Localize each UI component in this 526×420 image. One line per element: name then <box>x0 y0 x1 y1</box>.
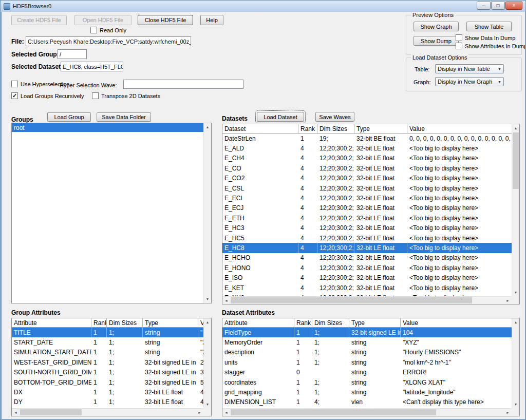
column-header-type[interactable]: Type <box>354 124 407 133</box>
group-attributes-row[interactable]: DX11;32-bit LE float4 <box>12 387 203 397</box>
group-attributes-row[interactable]: DY11;32-bit LE float4 <box>12 397 203 407</box>
datasets-row[interactable]: E_ISO412;20;300;2;32-bit LE float<Too bi… <box>222 273 512 282</box>
transpose-2d-datasets-checkbox[interactable]: Transpose 2D Datasets <box>92 92 160 99</box>
group-attributes-row[interactable]: WEST-EAST_GRID_DIMENSI11;32-bit signed L… <box>12 357 203 367</box>
dataset-attributes-vscrollbar[interactable]: ▲ ▼ <box>512 318 519 408</box>
scroll-up-arrow-icon[interactable]: ▲ <box>204 123 211 131</box>
group-attributes-row[interactable]: SIMULATION_START_DATE11;string"2 <box>12 348 203 357</box>
dataset-attributes-hscrollbar[interactable]: ◄ ► <box>222 408 512 416</box>
datasets-row[interactable]: E_CSL412;20;300;2;32-bit LE float<Too bi… <box>222 183 512 193</box>
column-header-dataset[interactable]: Dataset <box>222 124 298 133</box>
read-only-checkbox[interactable]: Read Only <box>90 27 126 33</box>
column-header-value[interactable]: Value <box>407 124 512 133</box>
scroll-down-arrow-icon[interactable]: ▼ <box>204 400 211 408</box>
create-hdf5-file-button[interactable]: Create HDF5 File <box>11 15 67 25</box>
scroll-up-arrow-icon[interactable]: ▲ <box>512 318 519 326</box>
show-attributes-in-dump-checkbox[interactable]: Show Attributes In Dump <box>456 43 525 49</box>
show-dump-button[interactable]: Show Dump <box>414 36 459 46</box>
group-attributes-row[interactable]: BOTTOM-TOP_GRID_DIMEN11;32-bit signed LE… <box>12 377 203 387</box>
datasets-row[interactable]: E_NH3412;20;300;2;32-bit LE float<Too bi… <box>222 293 512 296</box>
datasets-table[interactable]: DatasetRankDim SizesTypeValue DateStrLen… <box>222 124 520 304</box>
column-header-value[interactable]: Value <box>401 318 512 327</box>
dataset-attributes-row[interactable]: coordinates11;string"XLONG XLAT" <box>222 377 512 387</box>
column-header-rank[interactable]: Rank <box>298 124 317 133</box>
load-groups-recursively-checkbox[interactable]: ✓ Load Groups Recursively <box>11 92 84 99</box>
column-header-rank[interactable]: Rank <box>91 318 107 327</box>
group-attributes-table[interactable]: AttributeRankDim SizesTypeValue TITLE11;… <box>11 318 212 416</box>
datasets-row[interactable]: E_CH4412;20;300;2;32-bit LE float<Too bi… <box>222 154 512 163</box>
column-header-attribute[interactable]: Attribute <box>222 318 294 327</box>
show-graph-button[interactable]: Show Graph <box>414 22 459 31</box>
dataset-attributes-row[interactable]: units11;string"mol km^-2 hr^-1" <box>222 357 512 367</box>
vscroll-thumb[interactable] <box>513 132 519 189</box>
dataset-attributes-row[interactable]: description11;string"Hourly EMISSIONS" <box>222 348 512 357</box>
hscroll-thumb[interactable] <box>20 409 82 415</box>
dataset-attributes-row[interactable]: FieldType11;32-bit signed LE in104 <box>222 328 512 337</box>
scroll-left-arrow-icon[interactable]: ◄ <box>12 409 20 416</box>
save-waves-button[interactable]: Save Waves <box>315 112 354 122</box>
column-header-attribute[interactable]: Attribute <box>12 318 91 327</box>
scroll-right-arrow-icon[interactable]: ► <box>504 409 512 416</box>
datasets-row[interactable]: E_HONO412;20;300;2;32-bit LE float<Too b… <box>222 263 512 273</box>
column-header-value[interactable]: Value <box>198 318 203 327</box>
hyper-selection-wave-input[interactable] <box>123 80 243 89</box>
scroll-down-arrow-icon[interactable]: ▼ <box>512 289 519 296</box>
datasets-row[interactable]: DateStrLen119;32-bit BE float0, 0, 0, 0,… <box>222 133 512 143</box>
group-attributes-row[interactable]: START_DATE11;string"2 <box>12 337 203 347</box>
load-dataset-button[interactable]: Load Dataset <box>257 112 304 122</box>
scroll-down-arrow-icon[interactable]: ▼ <box>512 400 519 408</box>
datasets-row[interactable]: E_HC5412;20;300;2;32-bit LE float<Too bi… <box>222 233 512 243</box>
column-header-dim-sizes[interactable]: Dim Sizes <box>317 124 354 133</box>
group-attributes-row[interactable]: TITLE11;string" <box>12 328 203 337</box>
table-display-dropdown[interactable]: Display in New Table ▼ <box>435 64 504 73</box>
open-hdf5-file-button[interactable]: Open HDF5 File <box>74 15 132 25</box>
hscroll-thumb[interactable] <box>231 297 472 303</box>
graph-display-dropdown[interactable]: Display in New Graph ▼ <box>435 77 504 86</box>
dataset-attributes-row[interactable]: MemoryOrder11;string"XYZ" <box>222 337 512 347</box>
show-data-in-dump-checkbox[interactable]: Show Data In Dump <box>456 34 515 41</box>
column-header-dim-sizes[interactable]: Dim Sizes <box>107 318 143 327</box>
show-table-button[interactable]: Show Table <box>466 22 512 31</box>
groups-row[interactable]: root <box>12 123 203 132</box>
dataset-attributes-row[interactable]: DIMENSION_LIST14;vlen<Can't display this… <box>222 397 512 407</box>
group-attributes-vscrollbar[interactable]: ▲ ▼ <box>203 318 211 408</box>
datasets-hscrollbar[interactable]: ◄ ► <box>222 296 512 304</box>
hscroll-thumb[interactable] <box>231 409 436 415</box>
datasets-vscrollbar[interactable]: ▲ ▼ <box>512 124 519 296</box>
minimize-button[interactable]: – <box>477 2 491 10</box>
scroll-up-arrow-icon[interactable]: ▲ <box>512 124 519 132</box>
file-path-field[interactable]: C:Users:Peeyush Khare:Desktop:Five_VCP:s… <box>26 36 191 46</box>
scroll-left-arrow-icon[interactable]: ◄ <box>222 297 230 304</box>
datasets-row[interactable]: E_KET412;20;300;2;32-bit LE float<Too bi… <box>222 283 512 293</box>
datasets-row[interactable]: E_ECJ412;20;300;2;32-bit LE float<Too bi… <box>222 203 512 213</box>
scroll-left-arrow-icon[interactable]: ◄ <box>222 409 230 416</box>
column-header-rank[interactable]: Rank <box>294 318 312 327</box>
maximize-button[interactable]: □ <box>491 2 505 10</box>
dataset-attributes-row[interactable]: grid_mapping11;string"latitude_longitude… <box>222 387 512 397</box>
scroll-right-arrow-icon[interactable]: ► <box>196 409 203 416</box>
dataset-attributes-row[interactable]: stagger0stringERROR! <box>222 368 512 377</box>
group-attributes-row[interactable]: SOUTH-NORTH_GRID_DIMI11;32-bit signed LE… <box>12 368 203 377</box>
selected-group-field[interactable]: / <box>58 49 87 59</box>
datasets-row[interactable]: E_HC3412;20;300;2;32-bit LE float<Too bi… <box>222 223 512 233</box>
selected-dataset-field[interactable]: E_HC8, class=H5T_FLOAT <box>61 62 123 71</box>
groups-vscrollbar[interactable]: ▲ ▼ <box>203 123 211 303</box>
datasets-row[interactable]: E_HC8412;20;300;2;32-bit LE float<Too bi… <box>222 243 512 253</box>
datasets-row[interactable]: E_ALD412;20;300;2;32-bit LE float<Too bi… <box>222 143 512 153</box>
datasets-row[interactable]: E_ETH412;20;300;2;32-bit LE float<Too bi… <box>222 213 512 223</box>
datasets-row[interactable]: E_ECI412;20;300;2;32-bit LE float<Too bi… <box>222 193 512 203</box>
datasets-row[interactable]: E_CO412;20;300;2;32-bit LE float<Too big… <box>222 163 512 173</box>
dataset-attributes-table[interactable]: AttributeRankDim SizesTypeValue FieldTyp… <box>222 318 520 416</box>
column-header-type[interactable]: Type <box>349 318 401 327</box>
titlebar[interactable]: HDF5Browser0 – □ × <box>1 1 525 12</box>
save-data-folder-button[interactable]: Save Data Folder <box>97 112 151 122</box>
help-button[interactable]: Help <box>200 15 223 25</box>
groups-list[interactable]: root ▲ ▼ <box>11 123 212 303</box>
scroll-down-arrow-icon[interactable]: ▼ <box>204 295 211 303</box>
close-button[interactable]: × <box>505 2 522 10</box>
scroll-right-arrow-icon[interactable]: ► <box>504 297 512 304</box>
load-group-button[interactable]: Load Group <box>47 112 91 122</box>
column-header-dim-sizes[interactable]: Dim Sizes <box>312 318 349 327</box>
close-hdf5-file-button[interactable]: Close HDF5 File <box>138 15 193 25</box>
group-attributes-hscrollbar[interactable]: ◄ ► <box>12 408 203 416</box>
